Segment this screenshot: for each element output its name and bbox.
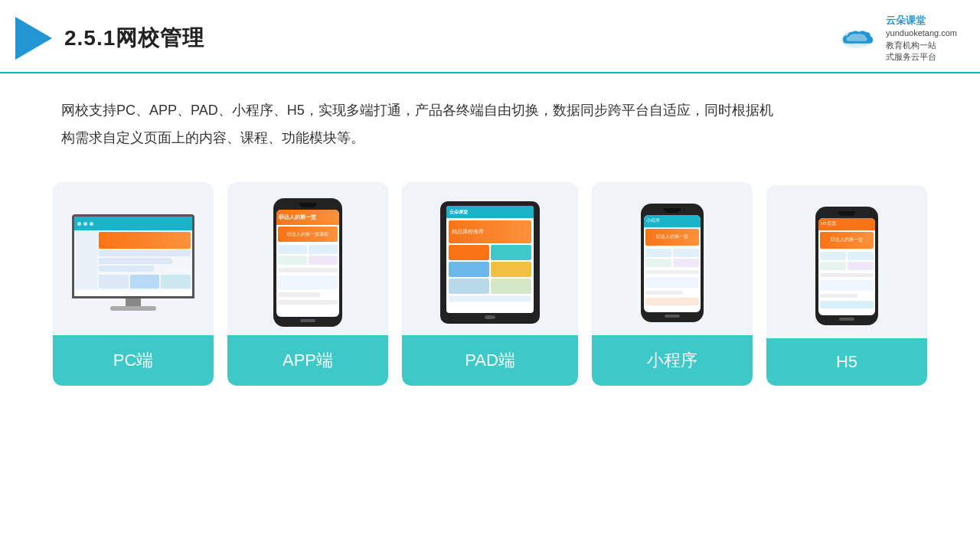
app-image-area: 职达人的第一堂 职达人的第一堂课程 bbox=[227, 182, 388, 335]
pc-image-area bbox=[53, 182, 214, 335]
h5-phone-mock: H5页面 职达人的第一堂 bbox=[815, 207, 878, 325]
description-text: 网校支持PC、APP、PAD、小程序、H5，实现多端打通，产品各终端自由切换，数… bbox=[61, 103, 773, 145]
h5-card: H5页面 职达人的第一堂 bbox=[766, 185, 927, 386]
app-phone-mock: 职达人的第一堂 职达人的第一堂课程 bbox=[273, 198, 342, 327]
pc-label: PC端 bbox=[53, 335, 214, 386]
logo-area: 云朵课堂 yunduoketang.com 教育机构一站式服务云平台 bbox=[834, 14, 957, 63]
logo-brand: 云朵课堂 bbox=[886, 14, 957, 28]
pc-mock bbox=[72, 214, 194, 311]
header: 2.5.1网校管理 云朵课堂 yunduoketang.com 教育机构一站式服… bbox=[0, 0, 980, 73]
pad-image-area: 云朵课堂 精品课程推荐 bbox=[402, 182, 578, 335]
h5-label: H5 bbox=[766, 338, 927, 386]
app-label: APP端 bbox=[227, 335, 388, 386]
pc-screen bbox=[72, 214, 194, 298]
pad-mock: 云朵课堂 精品课程推荐 bbox=[440, 201, 540, 324]
logo-domain: yunduoketang.com bbox=[886, 28, 957, 39]
description: 网校支持PC、APP、PAD、小程序、H5，实现多端打通，产品各终端自由切换，数… bbox=[0, 73, 842, 159]
header-left: 2.5.1网校管理 bbox=[15, 17, 204, 60]
h5-phone-screen: H5页面 职达人的第一堂 bbox=[818, 218, 875, 315]
mini-label: 小程序 bbox=[592, 335, 753, 386]
pad-label: PAD端 bbox=[402, 335, 578, 386]
page-title: 2.5.1网校管理 bbox=[64, 24, 204, 53]
app-phone-screen: 职达人的第一堂 职达人的第一堂课程 bbox=[276, 210, 339, 317]
cloud-icon bbox=[834, 23, 880, 54]
pc-card: PC端 bbox=[53, 182, 214, 386]
mini-card: 小程序 职达人的第一堂 bbox=[592, 182, 753, 386]
cards-container: PC端 职达人的第一堂 职达人的第一堂课程 bbox=[0, 159, 980, 409]
mini-phone-screen: 小程序 职达人的第一堂 bbox=[644, 215, 701, 312]
pad-screen: 云朵课堂 精品课程推荐 bbox=[446, 206, 534, 313]
logo-text: 云朵课堂 yunduoketang.com 教育机构一站式服务云平台 bbox=[886, 14, 957, 63]
app-card: 职达人的第一堂 职达人的第一堂课程 bbox=[227, 182, 388, 386]
pad-card: 云朵课堂 精品课程推荐 bbox=[402, 182, 578, 386]
mini-phone-mock: 小程序 职达人的第一堂 bbox=[641, 204, 704, 322]
h5-image-area: H5页面 职达人的第一堂 bbox=[766, 185, 927, 338]
logo-tagline: 教育机构一站式服务云平台 bbox=[886, 40, 957, 64]
mini-image-area: 小程序 职达人的第一堂 bbox=[592, 182, 753, 335]
play-icon bbox=[15, 17, 52, 60]
